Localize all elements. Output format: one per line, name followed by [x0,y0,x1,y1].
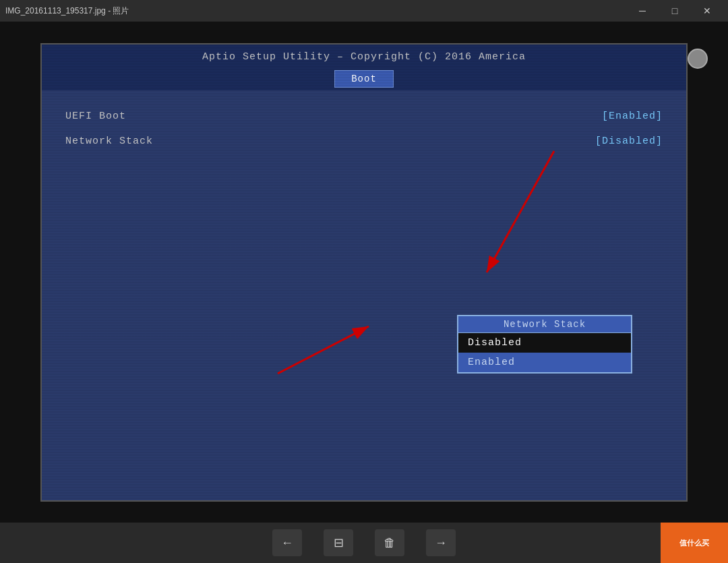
boot-tab[interactable]: Boot [334,70,394,88]
watermark-text: 值什么买 [679,538,709,548]
bios-content: UEFI Boot [Enabled] Network Stack [Disab… [42,90,686,481]
camera-icon [688,49,708,69]
popup-item-disabled[interactable]: Disabled [458,333,631,353]
popup-item-enabled[interactable]: Enabled [458,353,631,372]
bottom-toolbar: ← ⊟ 🗑 → [0,523,728,563]
back-button[interactable]: ← [272,529,302,556]
window-title: IMG_20161113_195317.jpg - 照片 [5,5,129,17]
network-stack-row[interactable]: Network Stack [Disabled] [62,129,666,154]
bios-screen: Aptio Setup Utility – Copyright (C) 2016… [40,43,688,502]
close-button[interactable]: ✕ [692,0,723,22]
svg-line-1 [487,151,554,272]
network-stack-popup[interactable]: Network Stack Disabled Enabled [457,315,632,374]
bios-header-text: Aptio Setup Utility – Copyright (C) 2016… [202,51,526,63]
delete-button[interactable]: 🗑 [375,529,404,556]
watermark: 值什么买 [661,523,728,563]
popup-title: Network Stack [458,316,631,333]
uefi-boot-label: UEFI Boot [65,111,126,122]
svg-line-2 [278,326,369,374]
bios-tab-bar: Boot [42,70,686,90]
network-stack-label: Network Stack [65,136,153,147]
uefi-boot-row[interactable]: UEFI Boot [Enabled] [62,104,666,129]
uefi-boot-value: [Enabled] [602,111,663,122]
maximize-button[interactable]: □ [659,0,690,22]
bios-header: Aptio Setup Utility – Copyright (C) 2016… [42,45,686,70]
monitor-button[interactable]: ⊟ [324,529,353,556]
forward-button[interactable]: → [426,529,456,556]
network-stack-value: [Disabled] [595,136,663,147]
window-controls: ─ □ ✕ [627,0,723,22]
photo-container: Aptio Setup Utility – Copyright (C) 2016… [0,22,728,523]
title-bar: IMG_20161113_195317.jpg - 照片 ─ □ ✕ [0,0,728,22]
minimize-button[interactable]: ─ [627,0,658,22]
